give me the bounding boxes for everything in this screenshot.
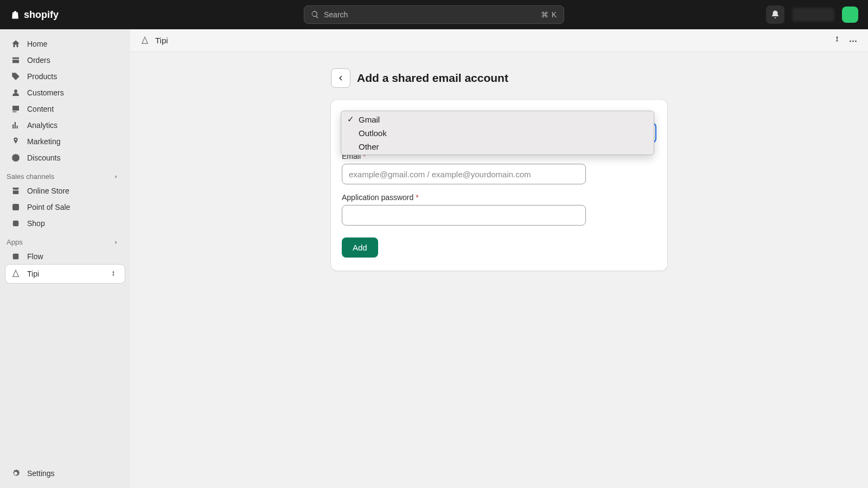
tipi-icon bbox=[140, 36, 150, 46]
password-label: Application password * bbox=[342, 193, 656, 202]
sidebar-item-label: Orders bbox=[27, 56, 50, 65]
shop-icon bbox=[11, 219, 21, 228]
provider-option-gmail[interactable]: ✓ Gmail bbox=[341, 112, 654, 126]
sidebar-item-discounts[interactable]: Discounts bbox=[5, 150, 125, 166]
sidebar-item-label: Settings bbox=[27, 469, 55, 478]
sidebar-item-label: Shop bbox=[27, 219, 45, 228]
option-label: Gmail bbox=[359, 115, 380, 124]
option-label: Other bbox=[359, 142, 379, 151]
sidebar-item-label: Discounts bbox=[27, 153, 60, 162]
provider-dropdown: ✓ Gmail Outlook Other bbox=[341, 111, 654, 155]
tipi-icon bbox=[11, 269, 21, 279]
search-container: Search ⌘ K bbox=[304, 5, 564, 24]
sidebar-item-marketing[interactable]: Marketing bbox=[5, 133, 125, 150]
form-card: Provider ✓ Gmail Outlook bbox=[331, 100, 667, 271]
sidebar-item-products[interactable]: Products bbox=[5, 68, 125, 85]
marketing-icon bbox=[11, 137, 21, 146]
topbar: shopify Search ⌘ K bbox=[0, 0, 868, 29]
content-area: Add a shared email account Provider ✓ Gm… bbox=[130, 52, 868, 488]
sidebar-item-label: Marketing bbox=[27, 137, 60, 146]
topbar-right bbox=[766, 5, 858, 24]
password-input[interactable] bbox=[342, 205, 586, 226]
discounts-icon bbox=[11, 153, 21, 163]
shopify-logo[interactable]: shopify bbox=[10, 9, 59, 21]
sidebar-item-point-of-sale[interactable]: Point of Sale bbox=[5, 199, 125, 215]
sidebar-item-analytics[interactable]: Analytics bbox=[5, 117, 125, 133]
sidebar-item-label: Tipi bbox=[27, 269, 39, 278]
sidebar-item-label: Content bbox=[27, 105, 54, 113]
provider-option-other[interactable]: Other bbox=[341, 140, 654, 153]
sidebar-item-customers[interactable]: Customers bbox=[5, 85, 125, 101]
search-placeholder: Search bbox=[324, 10, 348, 19]
orders-icon bbox=[11, 55, 21, 65]
provider-option-outlook[interactable]: Outlook bbox=[341, 126, 654, 140]
check-icon: ✓ bbox=[347, 114, 354, 124]
svg-rect-1 bbox=[13, 221, 19, 227]
search-icon bbox=[311, 10, 320, 19]
required-asterisk: * bbox=[416, 193, 418, 202]
sidebar-item-settings[interactable]: Settings bbox=[5, 465, 125, 481]
pin-icon bbox=[833, 35, 841, 44]
back-button[interactable] bbox=[331, 68, 350, 88]
more-actions-button[interactable]: ⋯ bbox=[849, 36, 858, 46]
section-label: Sales channels bbox=[7, 172, 54, 181]
sidebar-item-content[interactable]: Content bbox=[5, 101, 125, 117]
chevron-right-icon bbox=[113, 174, 119, 180]
pin-button[interactable] bbox=[833, 35, 841, 46]
email-input[interactable] bbox=[342, 164, 586, 184]
sidebar-item-tipi[interactable]: Tipi bbox=[5, 265, 125, 283]
sidebar-item-label: Analytics bbox=[27, 121, 58, 130]
flow-icon bbox=[11, 252, 21, 261]
sidebar-item-shop[interactable]: Shop bbox=[5, 215, 125, 232]
section-label: Apps bbox=[7, 238, 23, 246]
sidebar-section-apps[interactable]: Apps bbox=[5, 232, 125, 248]
pos-icon bbox=[11, 202, 21, 212]
password-field-group: Application password * bbox=[342, 193, 656, 226]
sidebar-item-online-store[interactable]: Online Store bbox=[5, 183, 125, 199]
notifications-button[interactable] bbox=[766, 5, 784, 24]
sidebar-item-label: Home bbox=[27, 40, 47, 48]
search-shortcut: ⌘ K bbox=[541, 10, 557, 19]
svg-rect-0 bbox=[12, 204, 19, 210]
more-icon: ⋯ bbox=[849, 36, 858, 45]
analytics-icon bbox=[11, 120, 21, 130]
home-icon bbox=[11, 39, 21, 49]
search-input[interactable]: Search ⌘ K bbox=[304, 5, 564, 24]
customers-icon bbox=[11, 88, 21, 98]
arrow-left-icon bbox=[336, 73, 346, 83]
option-label: Outlook bbox=[359, 129, 387, 138]
svg-rect-2 bbox=[13, 254, 19, 260]
page: Add a shared email account Provider ✓ Gm… bbox=[331, 68, 667, 271]
email-field-group: Email * bbox=[342, 152, 656, 184]
sidebar-item-label: Customers bbox=[27, 88, 64, 97]
sidebar-item-label: Products bbox=[27, 72, 57, 81]
store-name-blurred bbox=[792, 8, 834, 22]
bell-icon bbox=[770, 10, 780, 20]
sidebar-item-label: Flow bbox=[27, 252, 43, 261]
sidebar-item-label: Online Store bbox=[27, 187, 69, 195]
sidebar: Home Orders Products Customers Content A… bbox=[0, 29, 130, 488]
page-heading: Add a shared email account bbox=[331, 68, 667, 88]
main: Tipi ⋯ Add a shared email account bbox=[130, 29, 868, 488]
user-avatar[interactable] bbox=[842, 7, 858, 23]
app-title: Tipi bbox=[155, 36, 168, 45]
sidebar-item-label: Point of Sale bbox=[27, 203, 70, 211]
store-icon bbox=[11, 186, 21, 196]
sidebar-section-sales-channels[interactable]: Sales channels bbox=[5, 166, 125, 183]
add-button[interactable]: Add bbox=[342, 237, 378, 258]
pin-button[interactable] bbox=[107, 268, 119, 280]
shopify-bag-icon bbox=[10, 9, 21, 21]
page-title: Add a shared email account bbox=[357, 72, 508, 85]
sidebar-item-orders[interactable]: Orders bbox=[5, 52, 125, 68]
chevron-right-icon bbox=[113, 239, 119, 246]
gear-icon bbox=[11, 468, 21, 478]
pin-icon bbox=[110, 270, 117, 278]
provider-field: Provider ✓ Gmail Outlook bbox=[342, 111, 656, 143]
products-icon bbox=[11, 72, 21, 81]
content-icon bbox=[11, 104, 21, 114]
brand-text: shopify bbox=[24, 9, 59, 21]
sidebar-item-flow[interactable]: Flow bbox=[5, 248, 125, 265]
app-titlebar: Tipi ⋯ bbox=[130, 29, 868, 52]
sidebar-item-home[interactable]: Home bbox=[5, 36, 125, 52]
